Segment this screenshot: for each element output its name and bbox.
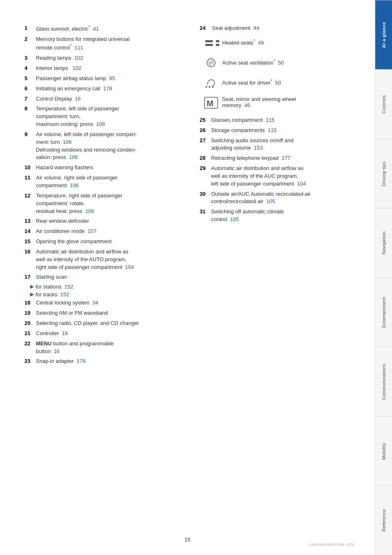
list-item: 22 MENU button and programmablebutton 16 — [24, 340, 187, 356]
list-item: 28 Retracting telephone keypad 177 — [200, 154, 363, 162]
heated-seats-icon: 〓〓〓 — [203, 36, 219, 50]
list-item: 31 Switching off automatic climatecontro… — [200, 208, 363, 224]
sidebar: At a glance Controls Driving tips Naviga… — [375, 0, 392, 555]
svg-point-3 — [209, 86, 210, 87]
list-item: 19 Selecting AM or FM waveband — [24, 309, 187, 317]
list-item: 18 Central locking system 34 — [24, 299, 187, 307]
icon-item-active-driver: Active seat for driver* 50 — [200, 75, 363, 90]
list-item: 24 Seat adjustment 44 — [200, 25, 363, 32]
list-item: 21 Controller 16 — [24, 330, 187, 338]
list-item: 7 Control Display 16 — [24, 95, 187, 103]
list-item: 29 Automatic air distribution and airflo… — [200, 165, 363, 188]
list-item: 3 Reading lamps 102 — [24, 54, 187, 62]
list-item: 30 Outside air/AUC Automatic recirculate… — [200, 190, 363, 206]
list-item: 14 Air conditioner mode 107 — [24, 228, 187, 235]
list-item: 9 Air volume, left side of passenger com… — [24, 131, 187, 161]
list-item: 2 Memory buttons for integrated universa… — [24, 36, 187, 52]
sidebar-tab-at-a-glance[interactable]: At a glance — [375, 0, 392, 69]
list-item: 1 Glass sunroof, electric* 41 — [24, 25, 187, 33]
memory-m-icon: M — [203, 96, 219, 110]
icon-item-active-ventilation: Active seat ventilation* 50 — [200, 55, 363, 70]
sidebar-tab-controls[interactable]: Controls — [375, 69, 392, 139]
sidebar-tab-navigation[interactable]: Navigation — [375, 208, 392, 278]
active-ventilation-icon — [203, 56, 219, 70]
list-item: 10 Hazard warning flashers — [24, 164, 187, 172]
svg-point-2 — [205, 86, 207, 87]
sub-list-item: ▶ for stations 152 — [30, 284, 187, 290]
list-item: 11 Air volume, right side of passengerco… — [24, 174, 187, 190]
list-item: 4 Interior lamps 102 — [24, 65, 187, 72]
icon-item-memory: M Seat, mirror and steering wheelmemory … — [200, 95, 363, 110]
list-item: 5 Passenger airbag status lamp 95 — [24, 75, 187, 83]
sub-list-item: ▶ for tracks 152 — [30, 291, 187, 298]
list-item: 20 Selecting radio, CD player, and CD ch… — [24, 320, 187, 327]
list-item: 16 Automatic air distribution and airflo… — [24, 248, 187, 271]
sidebar-tab-entertainment[interactable]: Entertainment — [375, 278, 392, 347]
active-driver-icon — [203, 76, 219, 90]
list-item: 6 Initiating an emergency call 178 — [24, 85, 187, 93]
page-number: 15 — [185, 537, 190, 543]
svg-text:M: M — [207, 99, 214, 108]
list-item: 26 Storage compartments 115 — [200, 127, 363, 134]
list-item: 15 Opening the glove compartment — [24, 238, 187, 246]
list-item: 8 Temperature, left side of passengercom… — [24, 105, 187, 128]
watermark: carmanualonline.info — [309, 542, 354, 547]
list-item: 27 Switching audio sources on/off andadj… — [200, 137, 363, 152]
left-column: 1 Glass sunroof, electric* 41 2 Memory b… — [24, 25, 187, 368]
list-item: 25 Glasses compartment 115 — [200, 116, 363, 124]
icon-item-heated-seats: 〓〓〓 Heated seats* 49 — [200, 35, 363, 50]
svg-point-4 — [212, 86, 214, 87]
list-item: 17 Starting scan — [24, 273, 187, 281]
list-item: 12 Temperature, right side of passengerc… — [24, 192, 187, 215]
svg-text:〓〓〓: 〓〓〓 — [204, 36, 219, 49]
sidebar-tab-mobility[interactable]: Mobility — [375, 416, 392, 486]
sidebar-tab-driving-tips[interactable]: Driving tips — [375, 139, 392, 208]
list-item: 23 Snap-in adapter 179 — [24, 358, 187, 365]
right-column: 24 Seat adjustment 44 〓〓〓 Heated seats* … — [200, 25, 363, 368]
list-item: 13 Rear window defroster — [24, 217, 187, 225]
sidebar-tab-communications[interactable]: Communications — [375, 347, 392, 416]
sidebar-tab-reference[interactable]: Reference — [375, 486, 392, 555]
